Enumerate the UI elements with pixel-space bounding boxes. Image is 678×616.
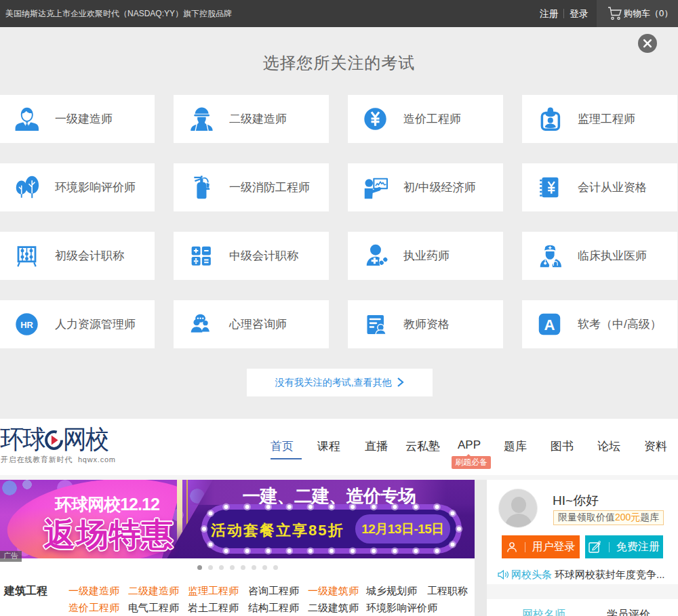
svg-text:HR: HR <box>20 320 33 330</box>
svg-text:A: A <box>544 316 555 333</box>
